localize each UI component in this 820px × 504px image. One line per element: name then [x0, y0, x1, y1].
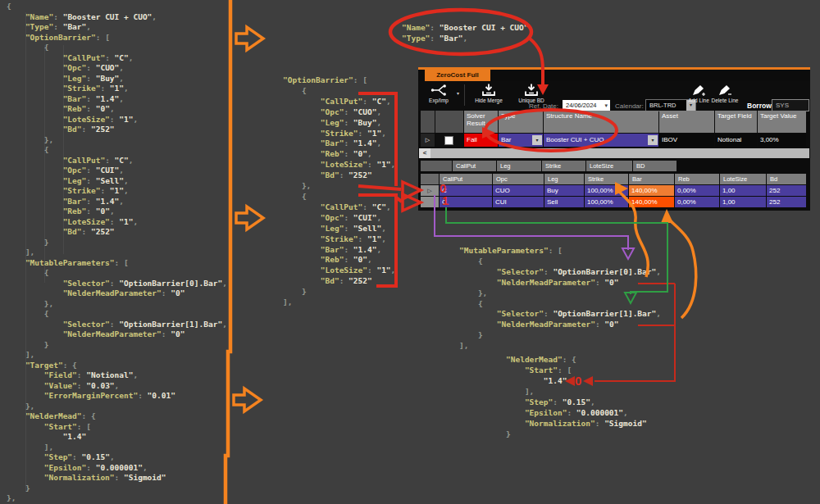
- row1-reb[interactable]: 0,00%: [675, 197, 719, 207]
- cell-asset[interactable]: IBOV: [659, 134, 714, 147]
- exp-imp-dropdown-caret[interactable]: ▾: [457, 90, 459, 96]
- cell-structure-name-dropdown[interactable]: Booster CUI + CUO▾: [544, 134, 658, 147]
- mid-header-strike: Strike: [542, 161, 585, 171]
- orange-curve-arrow-row1: [667, 218, 696, 318]
- annotation-row1-index: 1: [442, 193, 449, 207]
- row-indicator-icon: ▷: [427, 188, 431, 193]
- add-line-button[interactable]: Add Line: [687, 83, 710, 109]
- delete-line-button[interactable]: Delete Line: [711, 83, 739, 109]
- row0-reb[interactable]: 0,00%: [675, 185, 719, 196]
- orange-block-arrow-1: [236, 27, 263, 50]
- detail-row0-indicator[interactable]: ▷: [421, 185, 439, 196]
- detail-row1-indicator[interactable]: [421, 197, 439, 207]
- detail-grid-corner: [421, 174, 439, 184]
- row0-opc[interactable]: CUO: [493, 185, 544, 196]
- row0-bar-highlighted[interactable]: 140,00%: [629, 185, 674, 196]
- exp-imp-label: Exp/Imp: [420, 98, 458, 103]
- calendar-value: BRL-TRD: [649, 102, 676, 109]
- row1-bd[interactable]: 252: [767, 197, 806, 207]
- structure-dropdown-button[interactable]: ▾: [648, 135, 658, 145]
- detail-header-callput: CallPut: [440, 174, 492, 184]
- row-indicator-icon: ▷: [426, 137, 430, 143]
- row0-lotesize[interactable]: 1,00: [720, 185, 766, 196]
- add-line-label: Add Line: [687, 98, 710, 103]
- scroll-left-button[interactable]: <: [419, 148, 430, 158]
- mid-header-callput: CallPut: [453, 161, 496, 171]
- header-type: Type: [499, 111, 543, 133]
- structure-name-value: Booster CUI + CUO: [546, 136, 604, 143]
- date-chevron-icon[interactable]: ▾: [604, 100, 608, 111]
- row1-opc[interactable]: CUI: [493, 197, 544, 207]
- delete-line-label: Delete Line: [711, 98, 739, 103]
- detail-header-lotesize: LoteSize: [720, 174, 766, 184]
- hide-merge-label: Hide Merge: [467, 98, 510, 103]
- toolbar-separator: [464, 84, 465, 106]
- header-solver-result: Solver Result: [464, 111, 498, 133]
- row0-strike[interactable]: 100,00%: [585, 185, 628, 196]
- exp-imp-button[interactable]: Exp/Imp: [420, 83, 458, 109]
- calendar-label: Calendar:: [615, 102, 644, 110]
- main-grid-corner: [421, 111, 435, 133]
- screenshot-root: { "code": { "left": "{\n \"Name\": \"Boo…: [0, 0, 820, 504]
- json-snippet-option-barrier: "OptionBarrier": [ { "CallPut": "C", "Op…: [283, 75, 395, 308]
- header-target-value: Target Value: [758, 111, 806, 133]
- annotation-start-index: 0: [575, 374, 581, 388]
- ref-date-value: 24/06/2024: [566, 102, 597, 109]
- json-snippet-mutable-parameters: "MutableParameters": [ { "Selector": "Op…: [459, 246, 661, 352]
- detail-header-bd: Bd: [767, 174, 806, 184]
- cell-target-field[interactable]: Notional: [715, 134, 757, 147]
- mid-header-leg: Leg: [497, 161, 541, 171]
- row0-bd[interactable]: 252: [767, 185, 806, 196]
- row0-leg[interactable]: Buy: [544, 185, 584, 196]
- borrow-field[interactable]: SYS: [772, 99, 809, 111]
- pen-add-icon: [691, 84, 706, 97]
- toolbar: Exp/Imp ▾ Hide Merge Unique BD Ref. Date…: [418, 81, 810, 111]
- pen-delete-icon: [718, 84, 732, 97]
- detail-header-strike: Strike: [585, 174, 628, 184]
- orange-block-arrow-3: [234, 388, 261, 411]
- hide-merge-button[interactable]: Hide Merge: [467, 83, 510, 109]
- main-grid-checkbox-header: [435, 111, 463, 133]
- tab-zerocost-full[interactable]: ZeroCost Full: [425, 70, 490, 81]
- zerocost-window: ZeroCost Full Exp/Imp ▾ Hide Merge: [418, 67, 810, 211]
- borrow-label: Borrow: [747, 102, 772, 110]
- detail-header-leg: Leg: [544, 174, 584, 184]
- row1-leg[interactable]: Sell: [544, 197, 584, 207]
- cell-target-value[interactable]: 3,00%: [758, 134, 806, 147]
- type-value: Bar: [501, 136, 511, 143]
- cell-solver-result[interactable]: Fail: [464, 134, 498, 147]
- mid-header-corner: [421, 161, 452, 171]
- header-structure-name: Structure Name: [544, 111, 658, 133]
- cell-type-dropdown[interactable]: Bar▾: [499, 134, 543, 147]
- json-snippet-name-type: "Name": "Booster CUI + CUO", "Type": "Ba…: [402, 22, 533, 43]
- export-import-icon: [430, 84, 448, 97]
- orange-block-arrow-2: [236, 207, 263, 229]
- download-tray-icon: [523, 84, 540, 97]
- mid-header-bd: BD: [633, 161, 676, 171]
- detail-header-opc: Opc: [493, 174, 544, 184]
- red-bracket-object1-arrowline: [396, 198, 402, 202]
- detail-header-reb: Reb: [675, 174, 719, 184]
- solver-checkbox[interactable]: [444, 136, 453, 145]
- download-tray-icon: [481, 84, 497, 97]
- type-dropdown-button[interactable]: ▾: [532, 135, 542, 145]
- detail-header-bar: Bar: [629, 174, 674, 184]
- orange-arrowhead-row1: [661, 209, 673, 223]
- row1-strike[interactable]: 100,00%: [585, 197, 628, 207]
- ref-date-combobox[interactable]: 24/06/2024 ▾: [563, 100, 610, 111]
- header-asset: Asset: [659, 111, 714, 133]
- json-editor-full: { "Name": "Booster CUI + CUO", "Type": "…: [7, 2, 227, 504]
- horizontal-scrollbar[interactable]: <: [419, 148, 809, 158]
- mid-header-lotesize: LoteSize: [586, 161, 632, 171]
- row1-lotesize[interactable]: 1,00: [720, 197, 766, 207]
- row1-bar-highlighted[interactable]: 140,00%: [629, 197, 674, 207]
- json-snippet-nelder-mead: "NelderMead": { "Start": [ "1.4" ], "Ste…: [506, 354, 647, 439]
- header-target-field: Target Field: [715, 111, 757, 133]
- main-row-indicator[interactable]: ▷: [421, 134, 435, 147]
- ref-date-label: Ref. Date:: [529, 102, 558, 110]
